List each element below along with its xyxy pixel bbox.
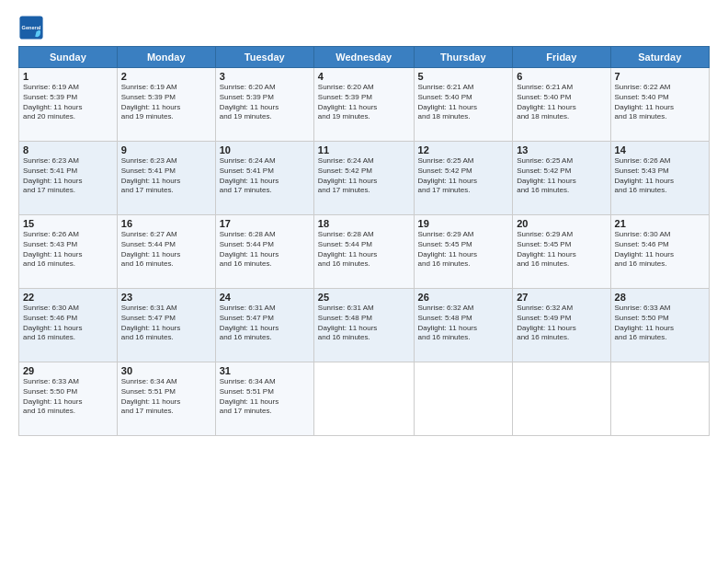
day-info: Sunrise: 6:25 AM Sunset: 5:42 PM Dayligh… bbox=[418, 156, 509, 196]
calendar-day-cell: 19Sunrise: 6:29 AM Sunset: 5:45 PM Dayli… bbox=[414, 215, 513, 289]
day-number: 26 bbox=[418, 292, 509, 303]
calendar-week-row: 8Sunrise: 6:23 AM Sunset: 5:41 PM Daylig… bbox=[19, 142, 710, 215]
calendar-day-cell: 26Sunrise: 6:32 AM Sunset: 5:48 PM Dayli… bbox=[414, 289, 513, 362]
calendar-day-cell: 25Sunrise: 6:31 AM Sunset: 5:48 PM Dayli… bbox=[313, 289, 414, 362]
calendar-day-cell: 31Sunrise: 6:34 AM Sunset: 5:51 PM Dayli… bbox=[215, 362, 313, 436]
day-info: Sunrise: 6:29 AM Sunset: 5:45 PM Dayligh… bbox=[517, 230, 606, 270]
calendar-day-cell: 1Sunrise: 6:19 AM Sunset: 5:39 PM Daylig… bbox=[19, 68, 118, 142]
day-of-week-header: Monday bbox=[117, 47, 215, 68]
day-info: Sunrise: 6:27 AM Sunset: 5:44 PM Dayligh… bbox=[121, 230, 211, 270]
calendar-day-cell bbox=[610, 362, 709, 436]
day-number: 28 bbox=[615, 292, 705, 303]
calendar-day-cell: 18Sunrise: 6:28 AM Sunset: 5:44 PM Dayli… bbox=[313, 215, 414, 289]
calendar-day-cell: 11Sunrise: 6:24 AM Sunset: 5:42 PM Dayli… bbox=[313, 142, 414, 215]
calendar-day-cell bbox=[414, 362, 513, 436]
day-info: Sunrise: 6:34 AM Sunset: 5:51 PM Dayligh… bbox=[121, 377, 211, 417]
day-info: Sunrise: 6:26 AM Sunset: 5:43 PM Dayligh… bbox=[615, 156, 705, 196]
calendar-week-row: 22Sunrise: 6:30 AM Sunset: 5:46 PM Dayli… bbox=[19, 289, 710, 362]
day-info: Sunrise: 6:28 AM Sunset: 5:44 PM Dayligh… bbox=[318, 230, 410, 270]
day-number: 1 bbox=[23, 71, 113, 82]
calendar-day-cell: 2Sunrise: 6:19 AM Sunset: 5:39 PM Daylig… bbox=[117, 68, 215, 142]
day-number: 23 bbox=[121, 292, 211, 303]
calendar-week-row: 29Sunrise: 6:33 AM Sunset: 5:50 PM Dayli… bbox=[19, 362, 710, 436]
day-number: 29 bbox=[23, 365, 113, 376]
day-number: 10 bbox=[220, 144, 310, 155]
header: General bbox=[18, 15, 710, 40]
day-number: 24 bbox=[220, 292, 310, 303]
day-info: Sunrise: 6:33 AM Sunset: 5:50 PM Dayligh… bbox=[23, 377, 113, 417]
day-info: Sunrise: 6:25 AM Sunset: 5:42 PM Dayligh… bbox=[517, 156, 606, 196]
day-number: 11 bbox=[318, 144, 410, 155]
calendar-day-cell: 8Sunrise: 6:23 AM Sunset: 5:41 PM Daylig… bbox=[19, 142, 118, 215]
day-info: Sunrise: 6:23 AM Sunset: 5:41 PM Dayligh… bbox=[121, 156, 211, 196]
day-info: Sunrise: 6:21 AM Sunset: 5:40 PM Dayligh… bbox=[418, 83, 509, 122]
day-number: 20 bbox=[517, 218, 606, 229]
calendar-day-cell: 10Sunrise: 6:24 AM Sunset: 5:41 PM Dayli… bbox=[215, 142, 313, 215]
day-number: 8 bbox=[23, 144, 113, 155]
day-info: Sunrise: 6:26 AM Sunset: 5:43 PM Dayligh… bbox=[23, 230, 113, 270]
calendar-day-cell: 4Sunrise: 6:20 AM Sunset: 5:39 PM Daylig… bbox=[313, 68, 414, 142]
day-of-week-header: Saturday bbox=[610, 47, 709, 68]
day-of-week-header: Thursday bbox=[414, 47, 513, 68]
day-number: 18 bbox=[318, 218, 410, 229]
day-info: Sunrise: 6:23 AM Sunset: 5:41 PM Dayligh… bbox=[23, 156, 113, 196]
day-of-week-header: Friday bbox=[513, 47, 610, 68]
day-number: 22 bbox=[23, 292, 113, 303]
calendar-day-cell: 12Sunrise: 6:25 AM Sunset: 5:42 PM Dayli… bbox=[414, 142, 513, 215]
day-number: 5 bbox=[418, 71, 509, 82]
day-info: Sunrise: 6:19 AM Sunset: 5:39 PM Dayligh… bbox=[23, 83, 113, 122]
calendar-day-cell: 30Sunrise: 6:34 AM Sunset: 5:51 PM Dayli… bbox=[117, 362, 215, 436]
day-number: 9 bbox=[121, 144, 211, 155]
calendar-day-cell: 15Sunrise: 6:26 AM Sunset: 5:43 PM Dayli… bbox=[19, 215, 118, 289]
day-info: Sunrise: 6:31 AM Sunset: 5:47 PM Dayligh… bbox=[220, 304, 310, 343]
calendar-day-cell: 17Sunrise: 6:28 AM Sunset: 5:44 PM Dayli… bbox=[215, 215, 313, 289]
day-info: Sunrise: 6:34 AM Sunset: 5:51 PM Dayligh… bbox=[220, 377, 310, 417]
calendar-day-cell: 13Sunrise: 6:25 AM Sunset: 5:42 PM Dayli… bbox=[513, 142, 610, 215]
day-info: Sunrise: 6:33 AM Sunset: 5:50 PM Dayligh… bbox=[615, 304, 705, 343]
calendar-day-cell: 22Sunrise: 6:30 AM Sunset: 5:46 PM Dayli… bbox=[19, 289, 118, 362]
calendar-table: SundayMondayTuesdayWednesdayThursdayFrid… bbox=[18, 46, 710, 436]
logo-icon: General bbox=[18, 15, 44, 40]
calendar-day-cell: 9Sunrise: 6:23 AM Sunset: 5:41 PM Daylig… bbox=[117, 142, 215, 215]
day-info: Sunrise: 6:31 AM Sunset: 5:47 PM Dayligh… bbox=[121, 304, 211, 343]
calendar-day-cell: 24Sunrise: 6:31 AM Sunset: 5:47 PM Dayli… bbox=[215, 289, 313, 362]
calendar-day-cell: 7Sunrise: 6:22 AM Sunset: 5:40 PM Daylig… bbox=[610, 68, 709, 142]
calendar-day-cell: 23Sunrise: 6:31 AM Sunset: 5:47 PM Dayli… bbox=[117, 289, 215, 362]
day-info: Sunrise: 6:22 AM Sunset: 5:40 PM Dayligh… bbox=[615, 83, 705, 122]
day-info: Sunrise: 6:29 AM Sunset: 5:45 PM Dayligh… bbox=[418, 230, 509, 270]
day-number: 13 bbox=[517, 144, 606, 155]
calendar-day-cell: 16Sunrise: 6:27 AM Sunset: 5:44 PM Dayli… bbox=[117, 215, 215, 289]
day-of-week-header: Tuesday bbox=[215, 47, 313, 68]
calendar-page: General SundayMondayTuesdayWednesdayThur… bbox=[0, 0, 728, 563]
logo: General bbox=[18, 15, 48, 40]
day-number: 30 bbox=[121, 365, 211, 376]
calendar-day-cell: 21Sunrise: 6:30 AM Sunset: 5:46 PM Dayli… bbox=[610, 215, 709, 289]
day-info: Sunrise: 6:32 AM Sunset: 5:49 PM Dayligh… bbox=[517, 304, 606, 343]
day-number: 19 bbox=[418, 218, 509, 229]
day-info: Sunrise: 6:32 AM Sunset: 5:48 PM Dayligh… bbox=[418, 304, 509, 343]
day-info: Sunrise: 6:20 AM Sunset: 5:39 PM Dayligh… bbox=[220, 83, 310, 122]
day-info: Sunrise: 6:28 AM Sunset: 5:44 PM Dayligh… bbox=[220, 230, 310, 270]
calendar-day-cell: 5Sunrise: 6:21 AM Sunset: 5:40 PM Daylig… bbox=[414, 68, 513, 142]
day-of-week-header: Wednesday bbox=[313, 47, 414, 68]
calendar-day-cell: 27Sunrise: 6:32 AM Sunset: 5:49 PM Dayli… bbox=[513, 289, 610, 362]
day-number: 15 bbox=[23, 218, 113, 229]
day-number: 21 bbox=[615, 218, 705, 229]
day-info: Sunrise: 6:30 AM Sunset: 5:46 PM Dayligh… bbox=[615, 230, 705, 270]
calendar-week-row: 1Sunrise: 6:19 AM Sunset: 5:39 PM Daylig… bbox=[19, 68, 710, 142]
day-number: 3 bbox=[220, 71, 310, 82]
day-number: 25 bbox=[318, 292, 410, 303]
day-number: 12 bbox=[418, 144, 509, 155]
day-of-week-header: Sunday bbox=[19, 47, 118, 68]
day-info: Sunrise: 6:20 AM Sunset: 5:39 PM Dayligh… bbox=[318, 83, 410, 122]
day-info: Sunrise: 6:24 AM Sunset: 5:41 PM Dayligh… bbox=[220, 156, 310, 196]
calendar-day-cell bbox=[513, 362, 610, 436]
day-number: 7 bbox=[615, 71, 705, 82]
calendar-week-row: 15Sunrise: 6:26 AM Sunset: 5:43 PM Dayli… bbox=[19, 215, 710, 289]
day-number: 16 bbox=[121, 218, 211, 229]
calendar-day-cell bbox=[313, 362, 414, 436]
calendar-header-row: SundayMondayTuesdayWednesdayThursdayFrid… bbox=[19, 47, 710, 68]
calendar-day-cell: 6Sunrise: 6:21 AM Sunset: 5:40 PM Daylig… bbox=[513, 68, 610, 142]
day-number: 27 bbox=[517, 292, 606, 303]
calendar-day-cell: 14Sunrise: 6:26 AM Sunset: 5:43 PM Dayli… bbox=[610, 142, 709, 215]
